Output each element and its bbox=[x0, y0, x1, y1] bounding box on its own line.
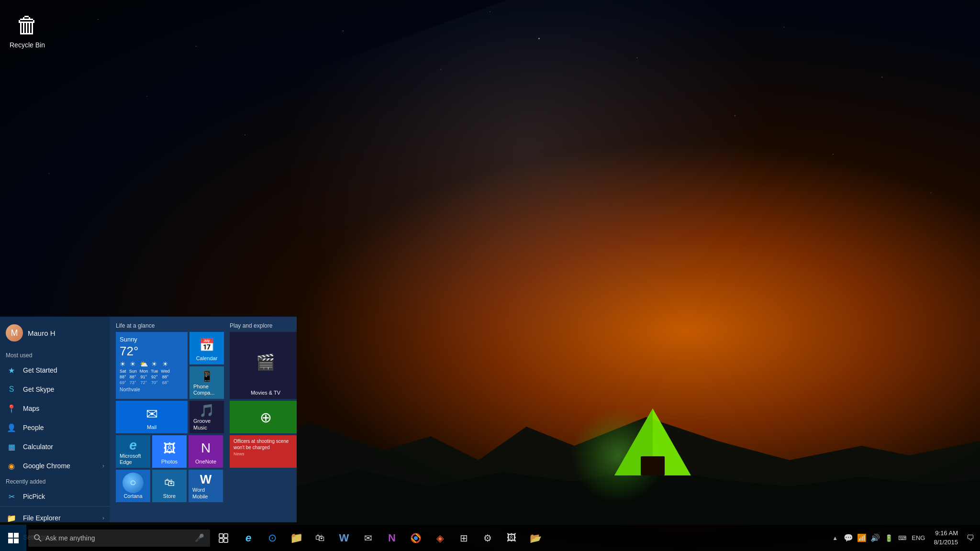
taskbar-clock[interactable]: 9:16 AM 8/1/2015 bbox=[929, 529, 963, 546]
system-tray: 💬 📶 🔊 🔋 ⌨ bbox=[843, 525, 908, 551]
tray-network[interactable]: 📶 bbox=[856, 525, 868, 551]
play-row-1: 🎬 Movies & TV bbox=[230, 332, 297, 399]
tile-onenote[interactable]: N OneNote bbox=[189, 435, 223, 468]
people-label: People bbox=[23, 424, 44, 431]
maps-label: Maps bbox=[23, 405, 39, 412]
microphone-icon[interactable]: 🎤 bbox=[195, 533, 204, 542]
right-col-1: 📅 Calendar 📱 Phone Compa... bbox=[189, 332, 224, 399]
get-started-label: Get Started bbox=[23, 366, 57, 374]
clock-time: 9:16 AM bbox=[935, 529, 958, 538]
clock-date: 8/1/2015 bbox=[934, 538, 958, 547]
taskbar-search[interactable]: Ask me anything 🎤 bbox=[28, 529, 210, 547]
menu-item-people[interactable]: 👤 People bbox=[0, 418, 110, 437]
tray-battery[interactable]: 🔋 bbox=[883, 525, 894, 551]
weather-day-sun: ☀ Sun 88° 73° bbox=[129, 360, 137, 385]
tile-xbox[interactable]: ⊕ bbox=[230, 401, 297, 433]
menu-item-maps[interactable]: 📍 Maps bbox=[0, 399, 110, 418]
menu-item-calculator[interactable]: ▦ Calculator bbox=[0, 437, 110, 456]
tile-groove[interactable]: 🎵 Groove Music bbox=[189, 401, 224, 433]
tile-store[interactable]: 🛍 Store bbox=[152, 470, 187, 502]
taskbar-chrome[interactable] bbox=[404, 525, 427, 551]
taskbar-settings-app[interactable]: ⚙ bbox=[476, 525, 499, 551]
user-avatar: M bbox=[6, 324, 23, 342]
tiles-panel: Life at a glance Sunny 72° ☀ bbox=[110, 317, 297, 522]
taskbar-ie[interactable]: ⊙ bbox=[261, 525, 284, 551]
search-icon bbox=[34, 534, 42, 542]
news-headline: Officers at shooting scene won't be char… bbox=[234, 438, 297, 451]
taskbar-other2[interactable]: ⊞ bbox=[452, 525, 475, 551]
user-section[interactable]: M Mauro H bbox=[0, 317, 110, 349]
chrome-icon bbox=[411, 533, 421, 543]
taskbar: Ask me anything 🎤 e ⊙ 📁 🛍 bbox=[0, 525, 980, 551]
movies-label: Movies & TV bbox=[251, 390, 280, 396]
tile-weather[interactable]: Sunny 72° ☀ Sat 88° 69° bbox=[116, 332, 188, 399]
tray-keyboard[interactable]: ⌨ bbox=[896, 525, 908, 551]
menu-item-picpick[interactable]: ✂ PicPick bbox=[0, 487, 110, 506]
taskbar-edge[interactable]: e bbox=[237, 525, 260, 551]
life-section: Life at a glance Sunny 72° ☀ bbox=[116, 320, 224, 502]
windows-logo bbox=[8, 532, 19, 544]
start-button[interactable] bbox=[0, 525, 26, 551]
action-center[interactable]: 🗨 bbox=[965, 525, 976, 551]
taskbar-language[interactable]: ENG bbox=[910, 534, 927, 541]
weather-temp: 72° bbox=[120, 345, 184, 357]
day-tue: Tue bbox=[151, 369, 158, 374]
maps-icon: 📍 bbox=[6, 403, 17, 414]
cortana-label: Cortana bbox=[123, 493, 142, 499]
tile-photos[interactable]: 🖼 Photos bbox=[152, 435, 187, 468]
menu-item-get-started[interactable]: ★ Get Started bbox=[0, 361, 110, 380]
get-started-icon: ★ bbox=[6, 364, 17, 376]
taskbar-mail[interactable]: ✉ bbox=[356, 525, 379, 551]
tile-mail[interactable]: ✉ Mail bbox=[116, 401, 188, 433]
photos-label: Photos bbox=[161, 459, 178, 465]
svg-point-14 bbox=[414, 536, 418, 540]
svg-line-8 bbox=[39, 539, 41, 541]
chrome-icon: ◉ bbox=[6, 460, 17, 472]
svg-rect-10 bbox=[224, 534, 228, 538]
recycle-bin[interactable]: 🗑 Recycle Bin bbox=[10, 10, 45, 49]
taskbar-other1[interactable]: ◈ bbox=[428, 525, 451, 551]
store-label: Store bbox=[163, 493, 176, 499]
tile-phone[interactable]: 📱 Phone Compa... bbox=[189, 366, 224, 399]
tray-volume[interactable]: 🔊 bbox=[869, 525, 881, 551]
taskbar-onenote[interactable]: N bbox=[380, 525, 403, 551]
task-view-icon bbox=[219, 533, 228, 543]
edge-label: Microsoft Edge bbox=[120, 453, 146, 465]
weather-days: ☀ Sat 88° 69° ☀ Sun 88° bbox=[120, 360, 184, 385]
svg-rect-3 bbox=[8, 533, 13, 538]
picpick-icon: ✂ bbox=[6, 491, 17, 502]
tiles-row-4: ○ Cortana 🛍 Store W Word Mo bbox=[116, 470, 224, 502]
svg-rect-5 bbox=[8, 539, 13, 543]
taskbar-store[interactable]: 🛍 bbox=[309, 525, 332, 551]
tile-word[interactable]: W Word Mobile bbox=[189, 470, 223, 502]
picpick-label: PicPick bbox=[23, 493, 45, 500]
file-explorer-arrow: › bbox=[102, 515, 104, 521]
mail-label: Mail bbox=[147, 424, 156, 430]
chrome-label: Google Chrome bbox=[23, 462, 70, 470]
taskbar-word[interactable]: W bbox=[333, 525, 356, 551]
search-placeholder: Ask me anything bbox=[45, 534, 191, 542]
tile-news[interactable]: Officers at shooting scene won't be char… bbox=[230, 435, 297, 468]
menu-item-chrome[interactable]: ◉ Google Chrome › bbox=[0, 456, 110, 475]
tile-movies[interactable]: 🎬 Movies & TV bbox=[230, 332, 297, 399]
play-section-label: Play and explore bbox=[230, 322, 297, 329]
tile-edge[interactable]: e Microsoft Edge bbox=[116, 435, 150, 468]
day-sat: Sat bbox=[120, 369, 126, 374]
tray-overflow[interactable]: ▲ bbox=[829, 535, 841, 541]
recycle-bin-icon: 🗑 bbox=[12, 10, 43, 40]
taskbar-explorer2[interactable]: 📂 bbox=[524, 525, 547, 551]
weather-day-wed: ☀ Wed 88° 68° bbox=[161, 360, 169, 385]
taskbar-file-explorer[interactable]: 📁 bbox=[285, 525, 308, 551]
tile-calendar[interactable]: 📅 Calendar bbox=[189, 332, 224, 364]
tray-chat[interactable]: 💬 bbox=[843, 525, 854, 551]
taskbar-photos-app[interactable]: 🖼 bbox=[500, 525, 523, 551]
menu-item-get-skype[interactable]: S Get Skype bbox=[0, 380, 110, 399]
taskbar-task-view[interactable] bbox=[212, 525, 235, 551]
tile-cortana[interactable]: ○ Cortana bbox=[116, 470, 150, 502]
desktop: 🗑 Recycle Bin M Mauro H Most used ★ Get … bbox=[0, 0, 980, 551]
weather-day-sat: ☀ Sat 88° 69° bbox=[120, 360, 126, 385]
chrome-arrow: › bbox=[102, 463, 104, 469]
weather-condition: Sunny bbox=[120, 336, 184, 343]
svg-rect-6 bbox=[14, 539, 19, 543]
day-wed: Wed bbox=[161, 369, 169, 374]
